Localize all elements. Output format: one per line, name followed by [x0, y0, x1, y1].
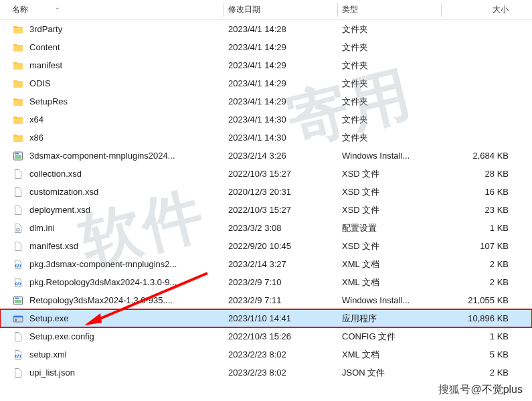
file-row[interactable]: Setup.exe.config2022/10/3 15:26CONFIG 文件…	[0, 327, 532, 345]
file-date: 2023/2/23 8:02	[224, 368, 338, 378]
file-row[interactable]: ODIS2023/4/1 14:29文件夹	[0, 74, 532, 92]
file-name: pkg.Retopology3dsMax2024-1.3.0-9...	[29, 277, 177, 287]
file-name: upi_list.json	[29, 368, 75, 378]
file-date: 2023/4/1 14:29	[224, 78, 338, 88]
file-name: ODIS	[29, 78, 51, 88]
file-size: 107 KB	[442, 241, 522, 251]
file-name: x86	[29, 133, 43, 143]
file-type: XSD 文件	[338, 168, 442, 180]
file-row[interactable]: manifest2023/4/1 14:29文件夹	[0, 56, 532, 74]
ini-icon	[12, 222, 24, 234]
file-name: deployment.xsd	[29, 205, 90, 215]
file-row[interactable]: SetupRes2023/4/1 14:29文件夹	[0, 92, 532, 110]
file-list: 3rdParty2023/4/1 14:28文件夹Content2023/4/1…	[0, 20, 532, 382]
file-name: x64	[29, 114, 43, 125]
file-type: XML 文档	[338, 258, 442, 270]
attribution-name: @不觉plus	[470, 384, 523, 395]
file-type: Windows Install...	[338, 151, 442, 161]
column-header-row: 名称 ⌃ 修改日期 类型 大小	[0, 0, 532, 20]
file-type: 文件夹	[338, 132, 442, 144]
file-row[interactable]: dlm.ini2023/3/2 3:08配置设置1 KB	[0, 219, 532, 237]
folder-icon	[12, 42, 24, 54]
file-name: Setup.exe.config	[29, 331, 94, 341]
file-date: 2023/4/1 14:29	[224, 42, 338, 52]
file-type: 文件夹	[338, 78, 442, 90]
file-type: XSD 文件	[338, 204, 442, 216]
file-date: 2023/3/2 3:08	[224, 223, 338, 233]
column-header-date[interactable]: 修改日期	[224, 0, 338, 19]
file-date: 2023/1/10 14:41	[224, 313, 338, 323]
file-name: 3rdParty	[29, 24, 62, 34]
file-type: XML 文档	[338, 349, 442, 361]
file-type: 配置设置	[338, 222, 442, 234]
file-date: 2023/2/9 7:10	[224, 277, 338, 287]
file-name: setup.xml	[29, 349, 67, 359]
file-icon	[12, 168, 24, 180]
column-header-type[interactable]: 类型	[338, 0, 442, 19]
file-size: 1 KB	[442, 223, 522, 233]
file-row[interactable]: x642023/4/1 14:30文件夹	[0, 110, 532, 129]
file-row[interactable]: pkg.Retopology3dsMax2024-1.3.0-9...2023/…	[0, 273, 532, 291]
file-date: 2022/9/20 10:45	[224, 241, 338, 251]
file-type: JSON 文件	[338, 367, 442, 379]
file-name: dlm.ini	[29, 223, 55, 233]
file-date: 2022/10/3 15:26	[224, 331, 338, 341]
file-name: Retopology3dsMax2024-1.3.0-935....	[29, 295, 173, 305]
file-size: 10,896 KB	[442, 313, 522, 323]
file-row[interactable]: deployment.xsd2022/10/3 15:27XSD 文件23 KB	[0, 201, 532, 219]
file-size: 28 KB	[442, 169, 522, 179]
file-row[interactable]: upi_list.json2023/2/23 8:02JSON 文件2 KB	[0, 364, 532, 382]
column-header-name[interactable]: 名称 ⌃	[0, 0, 224, 19]
file-row[interactable]: Content2023/4/1 14:29文件夹	[0, 38, 532, 56]
msi-icon	[12, 295, 24, 307]
folder-icon	[12, 78, 24, 90]
file-type: 文件夹	[338, 23, 442, 35]
file-name: pkg.3dsmax-component-mnplugins2...	[29, 259, 177, 269]
file-type: CONFIG 文件	[338, 331, 442, 343]
xml-icon	[12, 276, 24, 289]
file-row[interactable]: setup.xml2023/2/23 8:02XML 文档5 KB	[0, 345, 532, 364]
file-type: 文件夹	[338, 42, 442, 54]
file-type: 文件夹	[338, 60, 442, 72]
folder-icon	[12, 23, 24, 35]
column-header-size[interactable]: 大小	[442, 0, 522, 19]
folder-icon	[12, 114, 24, 126]
file-icon	[12, 186, 24, 198]
file-row[interactable]: 3dsmax-component-mnplugins2024...2023/2/…	[0, 147, 532, 165]
file-name: manifest.xsd	[29, 241, 78, 251]
folder-icon	[12, 60, 24, 72]
file-type: XSD 文件	[338, 240, 442, 252]
file-icon	[12, 240, 24, 252]
sort-chevron-icon: ⌃	[55, 7, 60, 13]
file-name: manifest	[29, 60, 62, 70]
file-row[interactable]: 3rdParty2023/4/1 14:28文件夹	[0, 20, 532, 38]
xml-icon	[12, 258, 24, 270]
file-date: 2023/4/1 14:30	[224, 133, 338, 143]
file-row[interactable]: collection.xsd2022/10/3 15:27XSD 文件28 KB	[0, 165, 532, 183]
file-row[interactable]: pkg.3dsmax-component-mnplugins2...2023/2…	[0, 255, 532, 273]
file-icon	[12, 331, 24, 343]
file-date: 2023/2/14 3:26	[224, 151, 338, 161]
file-size: 2 KB	[442, 259, 522, 269]
file-row[interactable]: manifest.xsd2022/9/20 10:45XSD 文件107 KB	[0, 237, 532, 255]
file-date: 2023/2/14 3:27	[224, 259, 338, 269]
file-size: 23 KB	[442, 205, 522, 215]
file-name: customization.xsd	[29, 187, 98, 197]
file-row[interactable]: customization.xsd2020/12/3 20:31XSD 文件16…	[0, 183, 532, 201]
file-size: 2,684 KB	[442, 151, 522, 161]
attribution-prefix: 搜狐号	[438, 384, 470, 395]
file-date: 2023/2/23 8:02	[224, 349, 338, 359]
file-size: 16 KB	[442, 187, 522, 197]
exe-icon	[12, 313, 24, 325]
file-date: 2023/4/1 14:29	[224, 60, 338, 70]
file-name: 3dsmax-component-mnplugins2024...	[29, 151, 175, 161]
file-name: Setup.exe	[29, 313, 69, 323]
folder-icon	[12, 96, 24, 108]
file-size: 21,055 KB	[442, 295, 522, 305]
file-row[interactable]: x862023/4/1 14:30文件夹	[0, 129, 532, 147]
file-row[interactable]: Setup.exe2023/1/10 14:41应用程序10,896 KB	[0, 309, 532, 327]
file-icon	[12, 367, 24, 379]
file-date: 2022/10/3 15:27	[224, 169, 338, 179]
file-name: SetupRes	[29, 96, 68, 106]
file-row[interactable]: Retopology3dsMax2024-1.3.0-935....2023/2…	[0, 291, 532, 309]
